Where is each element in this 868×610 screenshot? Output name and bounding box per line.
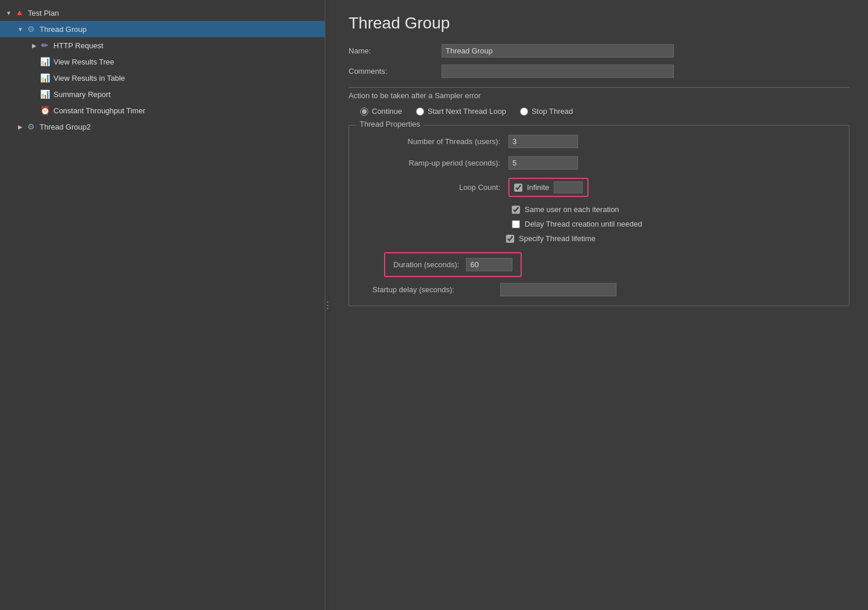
duration-section: Duration (seconds): <box>372 247 837 277</box>
icon-view-results-tree: 📊 <box>40 56 50 67</box>
duration-box: Duration (seconds): <box>384 252 522 277</box>
icon-thread-group: ⚙ <box>26 24 36 34</box>
thread-properties-legend: Thread Properties <box>356 120 424 128</box>
sampler-error-radio-group: Continue Start Next Thread Loop Stop Thr… <box>360 107 849 116</box>
specify-thread-lifetime-label: Specify Thread lifetime <box>519 234 596 243</box>
name-label: Name: <box>349 46 442 55</box>
tree-item-thread-group2[interactable]: ▶ ⚙ Thread Group2 <box>0 119 325 135</box>
name-row: Name: <box>349 44 849 58</box>
icon-thread-group2: ⚙ <box>26 121 36 132</box>
icon-http-request: ✏ <box>40 40 50 51</box>
arrow-summary-report <box>30 90 38 98</box>
specify-thread-lifetime-checkbox[interactable] <box>506 235 514 243</box>
delay-thread-row: Delay Thread creation until needed <box>512 220 837 228</box>
icon-constant-timer: ⏰ <box>40 105 50 116</box>
tree-item-thread-group[interactable]: ▼ ⚙ Thread Group <box>0 21 325 37</box>
delay-thread-label: Delay Thread creation until needed <box>525 220 642 228</box>
tree-item-view-results-table[interactable]: 📊 View Results in Table <box>0 70 325 86</box>
sampler-error-section-title: Action to be taken after a Sampler error <box>349 87 849 100</box>
same-user-row: Same user on each iteration <box>512 205 837 214</box>
same-user-checkbox[interactable] <box>512 206 520 214</box>
label-http-request: HTTP Request <box>53 41 103 50</box>
label-thread-group2: Thread Group2 <box>40 123 91 131</box>
duration-label: Duration (seconds): <box>393 260 459 269</box>
num-threads-row: Number of Threads (users): <box>361 135 837 148</box>
num-threads-label: Number of Threads (users): <box>361 137 500 146</box>
arrow-thread-group: ▼ <box>16 25 24 33</box>
left-panel: ▼ 🔺 Test Plan ▼ ⚙ Thread Group ▶ ✏ HTTP … <box>0 0 325 610</box>
icon-summary-report: 📊 <box>40 89 50 99</box>
radio-start-next-input[interactable] <box>416 107 424 116</box>
icon-view-results-table: 📊 <box>40 73 50 83</box>
arrow-view-results-table <box>30 74 38 82</box>
page-title: Thread Group <box>349 14 849 33</box>
startup-delay-row: Startup delay (seconds): <box>372 283 837 296</box>
loop-count-input[interactable] <box>554 181 583 193</box>
right-panel: Thread Group Name: Comments: Action to b… <box>330 0 868 610</box>
label-test-plan: Test Plan <box>28 9 59 17</box>
label-view-results-table: View Results in Table <box>53 74 125 82</box>
infinite-label: Infinite <box>527 183 549 192</box>
arrow-constant-timer <box>30 106 38 114</box>
loop-count-box: Infinite <box>508 178 589 197</box>
same-user-label: Same user on each iteration <box>525 205 619 214</box>
arrow-test-plan: ▼ <box>5 9 13 17</box>
arrow-thread-group2: ▶ <box>16 123 24 131</box>
splitter[interactable]: ⋮ <box>325 0 330 610</box>
tree-item-test-plan[interactable]: ▼ 🔺 Test Plan <box>0 5 325 21</box>
label-thread-group: Thread Group <box>40 25 87 34</box>
tree-item-summary-report[interactable]: 📊 Summary Report <box>0 86 325 102</box>
thread-properties-section: Thread Properties Number of Threads (use… <box>349 125 849 306</box>
num-threads-input[interactable] <box>508 135 578 148</box>
startup-delay-label: Startup delay (seconds): <box>372 285 500 294</box>
radio-continue[interactable]: Continue <box>360 107 402 116</box>
arrow-http-request: ▶ <box>30 41 38 49</box>
radio-continue-label: Continue <box>372 107 402 116</box>
infinite-checkbox[interactable] <box>514 184 522 192</box>
tree-item-constant-timer[interactable]: ⏰ Constant Throughput Timer <box>0 102 325 119</box>
tree-item-http-request[interactable]: ▶ ✏ HTTP Request <box>0 37 325 53</box>
startup-delay-input[interactable] <box>500 283 616 296</box>
radio-start-next-label: Start Next Thread Loop <box>428 107 506 116</box>
tree-item-view-results-tree[interactable]: 📊 View Results Tree <box>0 53 325 70</box>
rampup-input[interactable] <box>508 156 578 170</box>
rampup-row: Ramp-up period (seconds): <box>361 156 837 170</box>
radio-stop-thread-label: Stop Thread <box>532 107 573 116</box>
comments-input[interactable] <box>442 64 674 78</box>
loop-count-label: Loop Count: <box>361 183 500 192</box>
radio-continue-input[interactable] <box>360 107 368 116</box>
label-summary-report: Summary Report <box>53 90 110 99</box>
icon-test-plan: 🔺 <box>14 8 24 18</box>
radio-stop-thread[interactable]: Stop Thread <box>520 107 573 116</box>
delay-thread-checkbox[interactable] <box>512 220 520 228</box>
name-input[interactable] <box>442 44 674 58</box>
comments-label: Comments: <box>349 67 442 76</box>
label-constant-timer: Constant Throughput Timer <box>53 106 145 115</box>
label-view-results-tree: View Results Tree <box>53 58 114 66</box>
duration-input[interactable] <box>466 258 512 271</box>
loop-count-row: Loop Count: Infinite <box>361 178 837 197</box>
rampup-label: Ramp-up period (seconds): <box>361 159 500 167</box>
arrow-view-results-tree <box>30 58 38 66</box>
radio-stop-thread-input[interactable] <box>520 107 528 116</box>
specify-thread-lifetime-row: Specify Thread lifetime <box>506 234 837 243</box>
radio-start-next-thread-loop[interactable]: Start Next Thread Loop <box>416 107 506 116</box>
comments-row: Comments: <box>349 64 849 78</box>
